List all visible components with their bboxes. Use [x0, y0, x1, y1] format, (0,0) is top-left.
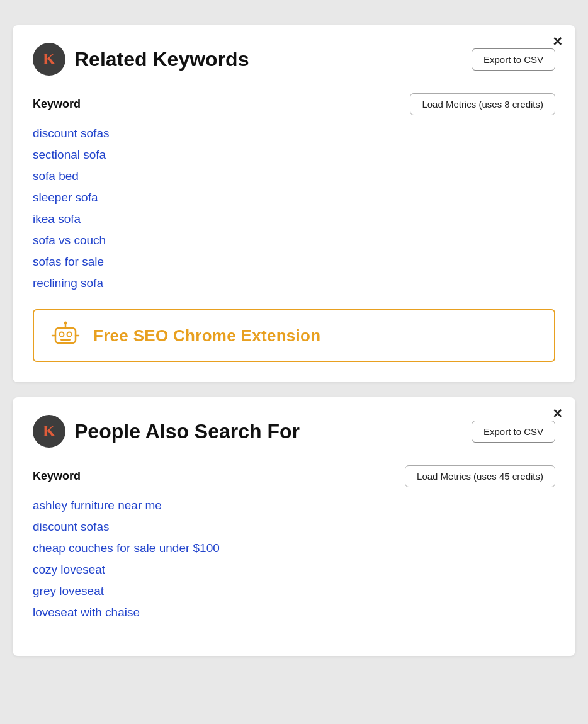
keyword-link[interactable]: loveseat with chaise	[33, 606, 140, 619]
keyword-column-header-card2: Keyword	[33, 470, 81, 483]
promo-banner-card1[interactable]: Free SEO Chrome Extension	[33, 309, 555, 362]
keyword-link[interactable]: discount sofas	[33, 127, 109, 140]
list-item: discount sofas	[33, 516, 555, 538]
keyword-section-card1: Keyword Load Metrics (uses 8 credits) di…	[33, 93, 555, 294]
list-item: ashley furniture near me	[33, 495, 555, 516]
people-also-search-card: ✕ K People Also Search For Export to CSV…	[13, 397, 575, 656]
keyword-column-header-card1: Keyword	[33, 98, 81, 111]
list-item: sleeper sofa	[33, 187, 555, 208]
k-avatar-card1: K	[33, 43, 65, 76]
load-metrics-button-card1[interactable]: Load Metrics (uses 8 credits)	[410, 93, 555, 115]
promo-text-card1: Free SEO Chrome Extension	[93, 326, 320, 346]
keyword-link[interactable]: discount sofas	[33, 520, 109, 533]
keyword-link[interactable]: sectional sofa	[33, 148, 106, 161]
k-avatar-card2: K	[33, 415, 65, 448]
keyword-link[interactable]: sleeper sofa	[33, 191, 98, 204]
card1-header-left: K Related Keywords	[33, 43, 249, 76]
keyword-section-card2: Keyword Load Metrics (uses 45 credits) a…	[33, 465, 555, 623]
k-avatar-letter-card1: K	[43, 50, 55, 69]
keyword-list-card1: discount sofas sectional sofa sofa bed s…	[33, 123, 555, 294]
keyword-link[interactable]: sofa vs couch	[33, 234, 106, 247]
keyword-link[interactable]: grey loveseat	[33, 584, 104, 597]
list-item: reclining sofa	[33, 273, 555, 294]
card2-title: People Also Search For	[74, 420, 300, 443]
load-metrics-button-card2[interactable]: Load Metrics (uses 45 credits)	[405, 465, 555, 487]
export-csv-button-card1[interactable]: Export to CSV	[472, 48, 555, 71]
card1-title: Related Keywords	[74, 48, 249, 71]
keyword-list-card2: ashley furniture near me discount sofas …	[33, 495, 555, 623]
keyword-link[interactable]: reclining sofa	[33, 276, 103, 290]
keyword-link[interactable]: ashley furniture near me	[33, 499, 162, 512]
list-item: grey loveseat	[33, 580, 555, 602]
close-button-card2[interactable]: ✕	[552, 407, 563, 420]
keyword-link[interactable]: cheap couches for sale under $100	[33, 541, 220, 555]
export-csv-button-card2[interactable]: Export to CSV	[472, 421, 555, 443]
list-item: sofas for sale	[33, 251, 555, 273]
list-item: sofa vs couch	[33, 230, 555, 251]
list-item: loveseat with chaise	[33, 602, 555, 623]
card1-header: K Related Keywords Export to CSV	[33, 43, 555, 76]
list-item: ikea sofa	[33, 208, 555, 230]
list-item: sofa bed	[33, 166, 555, 187]
card2-header: K People Also Search For Export to CSV	[33, 415, 555, 448]
related-keywords-card: ✕ K Related Keywords Export to CSV Keywo…	[13, 25, 575, 382]
keyword-link[interactable]: sofas for sale	[33, 255, 104, 268]
card2-header-left: K People Also Search For	[33, 415, 300, 448]
list-item: cozy loveseat	[33, 559, 555, 580]
keyword-link[interactable]: cozy loveseat	[33, 563, 105, 576]
keyword-row-header-card2: Keyword Load Metrics (uses 45 credits)	[33, 465, 555, 487]
keyword-link[interactable]: ikea sofa	[33, 212, 81, 225]
robot-icon	[49, 319, 82, 352]
svg-rect-4	[60, 339, 71, 341]
keyword-row-header-card1: Keyword Load Metrics (uses 8 credits)	[33, 93, 555, 115]
k-avatar-letter-card2: K	[43, 422, 55, 441]
list-item: sectional sofa	[33, 144, 555, 166]
close-button-card1[interactable]: ✕	[552, 35, 563, 48]
list-item: cheap couches for sale under $100	[33, 538, 555, 559]
svg-point-6	[64, 322, 67, 325]
keyword-link[interactable]: sofa bed	[33, 169, 79, 183]
list-item: discount sofas	[33, 123, 555, 144]
